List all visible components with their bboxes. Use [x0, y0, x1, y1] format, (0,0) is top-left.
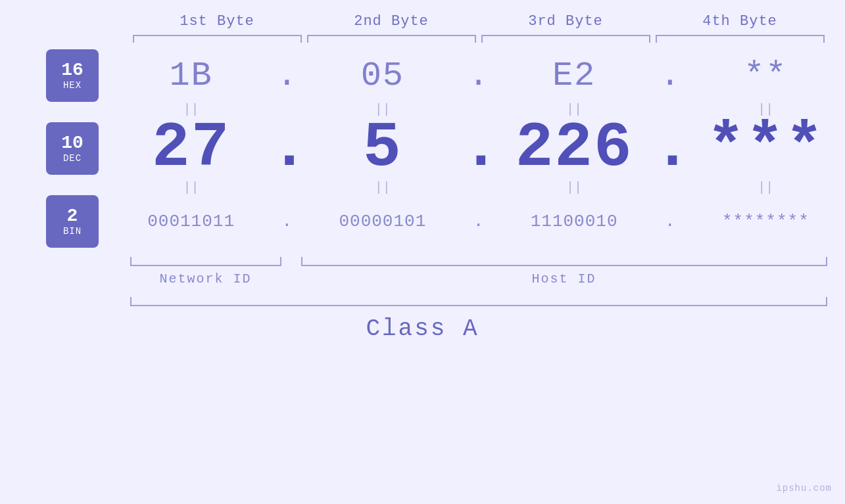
bin-b4: ********	[722, 212, 809, 231]
dec-b4: ***	[707, 112, 825, 184]
byte3-bracket	[481, 35, 650, 43]
eq2-b2: ||	[303, 180, 462, 195]
eq2-b4: ||	[687, 180, 845, 195]
dec-dot1: .	[270, 112, 308, 184]
bin-dot2: .	[473, 212, 484, 231]
eq-row-2: || || || ||	[0, 180, 845, 195]
hex-b3: E2	[552, 57, 596, 95]
host-id-label: Host ID	[301, 271, 827, 286]
main-container: 1st Byte 2nd Byte 3rd Byte 4th Byte 16 H…	[0, 0, 845, 504]
eq2-b3: ||	[495, 180, 654, 195]
network-id-bracket	[130, 257, 281, 266]
hex-row: 16 HEX 1B . 05 . E2 . **	[0, 49, 845, 102]
hex-dot1: .	[277, 57, 297, 95]
hex-b1: 1B	[169, 57, 212, 95]
dec-dot2: .	[462, 112, 500, 184]
hex-b4: **	[744, 57, 787, 95]
dec-b2: 5	[363, 112, 402, 184]
class-label: Class A	[366, 315, 479, 342]
id-labels-row: Network ID Host ID	[130, 271, 827, 286]
dec-b3: 226	[516, 112, 633, 184]
dec-badge: 10 DEC	[46, 122, 99, 175]
host-id-bracket	[301, 257, 827, 266]
bin-b1: 00011011	[147, 212, 235, 231]
byte4-bracket	[656, 35, 825, 43]
dec-values: 27 . 5 . 226 . ***	[112, 117, 845, 180]
class-bracket	[130, 297, 827, 306]
bin-b2: 00000101	[339, 212, 426, 231]
hex-dot3: .	[660, 57, 680, 95]
byte4-header: 4th Byte	[653, 13, 827, 30]
dec-row: 10 DEC 27 . 5 . 226 . ***	[0, 117, 845, 180]
network-id-label: Network ID	[130, 271, 281, 286]
hex-dot2: .	[468, 57, 489, 95]
bin-row: 2 BIN 00011011 . 00000101 . 11100010 . *…	[0, 195, 845, 248]
bin-b3: 11100010	[531, 212, 618, 231]
bin-values: 00011011 . 00000101 . 11100010 . *******…	[112, 212, 845, 231]
hex-values: 1B . 05 . E2 . **	[112, 57, 845, 95]
bin-badge: 2 BIN	[46, 195, 99, 248]
byte2-bracket	[307, 35, 476, 43]
hex-b2: 05	[361, 57, 404, 95]
byte3-header: 3rd Byte	[479, 13, 653, 30]
byte1-bracket	[133, 35, 302, 43]
dec-b1: 27	[152, 112, 230, 184]
byte2-header: 2nd Byte	[304, 13, 479, 30]
bin-dot3: .	[665, 212, 675, 231]
byte1-header: 1st Byte	[130, 13, 304, 30]
watermark: ipshu.com	[776, 483, 832, 493]
eq2-b1: ||	[112, 180, 270, 195]
bin-dot1: .	[281, 212, 292, 231]
dec-dot3: .	[654, 112, 692, 184]
hex-badge: 16 HEX	[46, 49, 99, 102]
